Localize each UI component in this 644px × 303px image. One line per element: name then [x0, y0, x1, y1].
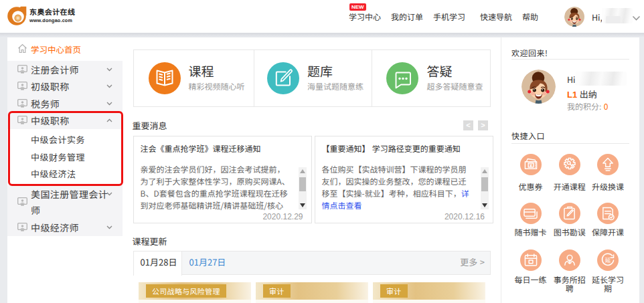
svg-text:¥: ¥: [530, 163, 532, 168]
svg-text:延: 延: [605, 256, 611, 264]
